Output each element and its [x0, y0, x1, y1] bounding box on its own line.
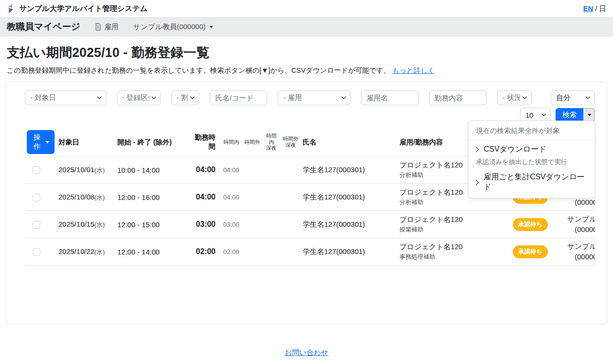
cell-select	[25, 238, 57, 265]
filter-premium-select[interactable]: - 割増	[171, 90, 200, 105]
sub-nav: 教職員マイページ 雇用 サンプル教員(000000)	[0, 17, 613, 36]
cell-approver: サンプル教員 (000000)	[553, 211, 595, 238]
cell-within-hours: 04:00	[220, 184, 242, 211]
filter-bar: - 対象日 - 登録区分 - 割増 - 雇用 - 状況 自分	[25, 90, 595, 105]
chevron-down-icon	[522, 96, 527, 99]
filter-scope-select[interactable]: 自分	[551, 90, 595, 105]
actions-button-label: 操作	[32, 133, 42, 151]
col-header-date: 対象日	[57, 128, 115, 156]
col-header-overtime: 時間外	[242, 128, 262, 156]
table-row: 2025/10/15(水) 12:00 - 15:00 03:00 03:00 …	[25, 211, 595, 238]
nav-item-employment[interactable]: 雇用	[95, 22, 119, 32]
filter-target-date-select[interactable]: - 対象日	[25, 90, 106, 105]
menu-note: 承認済みを抽出した状態で実行	[468, 157, 595, 168]
page-description: この勤務登録期間中に登録された勤務の一覧を表示しています。検索ボタン横の[▼]か…	[7, 66, 606, 75]
cell-approver: サンプル教員 (000000)	[553, 238, 595, 265]
cell-total-hours: 02:00	[189, 238, 220, 265]
user-menu[interactable]: サンプル教員(000000)	[133, 22, 213, 32]
menu-item-csv-download-label: CSVダウンロード	[484, 144, 546, 154]
table-row: 2025/10/22(水) 12:00 - 14:00 02:00 02:00 …	[25, 238, 595, 265]
col-header-within-night: 時間内深夜	[262, 128, 281, 156]
cell-date: 2025/10/22(水)	[57, 238, 115, 265]
search-button[interactable]: 検索	[556, 108, 583, 122]
search-dropdown-toggle[interactable]	[583, 108, 595, 122]
chevron-down-icon	[151, 96, 157, 99]
cell-status: 承認待ち	[508, 211, 553, 238]
app-brand: サンプル大学アルバイト管理システム	[7, 3, 148, 14]
lang-en-link[interactable]: EN	[583, 4, 593, 12]
more-details-link[interactable]: もっと詳しく	[392, 66, 435, 74]
cell-overtime-hours	[242, 184, 262, 211]
filter-registration-type-select[interactable]: - 登録区分	[117, 90, 161, 105]
nav-brand-mypage[interactable]: 教職員マイページ	[7, 21, 80, 33]
cell-total-hours: 04:00	[189, 156, 220, 184]
per-page-value: 10	[525, 111, 534, 119]
chevron-down-icon	[190, 96, 195, 99]
cell-within-night-hours	[262, 211, 281, 238]
filter-status-select[interactable]: - 状況	[497, 90, 532, 105]
col-header-overtime-night: 時間外深夜	[281, 128, 301, 156]
row-checkbox[interactable]	[33, 221, 40, 229]
menu-item-aggregate-csv-download[interactable]: 雇用ごと集計CSVダウンロード	[468, 168, 595, 195]
cell-status: 承認待ち	[508, 238, 553, 265]
cell-student-name: 学生名127(000301)	[301, 211, 397, 238]
caret-down-icon	[209, 26, 213, 28]
work-list-card: - 対象日 - 登録区分 - 割増 - 雇用 - 状況 自分 10	[6, 81, 607, 324]
filter-target-date-value: - 対象日	[30, 93, 56, 102]
top-header: サンプル大学アルバイト管理システム EN / 日	[0, 0, 613, 17]
cell-within-hours: 04:00	[220, 156, 242, 184]
page-head: 支払い期間2025/10 - 勤務登録一覧 この勤務登録期間中に登録された勤務の…	[0, 36, 613, 75]
cell-date: 2025/10/15(水)	[57, 211, 115, 238]
cell-range: 10:00 - 14:00	[115, 156, 189, 184]
work-content-input[interactable]	[429, 90, 487, 105]
cell-student-name: 学生名127(000301)	[301, 156, 397, 184]
cell-overtime-hours	[242, 211, 262, 238]
filter-employment-select[interactable]: - 雇用	[278, 90, 351, 105]
language-switcher: EN / 日	[583, 4, 606, 13]
actions-button[interactable]: 操作	[27, 130, 55, 154]
filter-employment-value: - 雇用	[283, 93, 302, 102]
cell-overtime-night-hours	[281, 211, 301, 238]
user-menu-label: サンプル教員(000000)	[133, 22, 205, 32]
row-checkbox[interactable]	[33, 248, 40, 256]
app-title: サンプル大学アルバイト管理システム	[19, 4, 148, 14]
cell-employment: プロジェクト名120事務処理補助	[397, 238, 508, 265]
cell-overtime-night-hours	[281, 184, 301, 211]
document-icon	[95, 23, 102, 31]
cell-within-night-hours	[262, 238, 281, 265]
name-code-input[interactable]	[210, 90, 267, 105]
menu-header: 現在の検索結果全件が対象	[468, 124, 595, 141]
chevron-down-icon	[585, 96, 590, 99]
status-badge: 承認待ち	[513, 245, 547, 258]
cell-overtime-night-hours	[281, 238, 301, 265]
cell-within-night-hours	[262, 156, 281, 184]
chevron-right-icon	[475, 146, 479, 153]
cell-employment: プロジェクト名120授業補助	[397, 211, 508, 238]
cell-overtime-hours	[242, 238, 262, 265]
chevron-right-icon	[475, 179, 479, 186]
cell-total-hours: 04:00	[189, 184, 220, 211]
page-description-text: この勤務登録期間中に登録された勤務の一覧を表示しています。検索ボタン横の[▼]か…	[7, 66, 390, 74]
employment-name-input[interactable]	[361, 90, 419, 105]
chevron-down-icon	[97, 96, 102, 99]
cell-date: 2025/10/08(水)	[57, 184, 115, 211]
col-header-name: 氏名	[301, 128, 397, 156]
menu-item-csv-download[interactable]: CSVダウンロード	[468, 141, 595, 157]
footer: お問い合わせ	[0, 348, 613, 357]
col-header-total: 勤務時間	[189, 128, 220, 156]
actions-header-cell: 操作	[25, 128, 57, 156]
cell-range: 12:00 - 14:00	[115, 238, 189, 265]
col-header-range: 開始 - 終了 (除外)	[115, 128, 189, 156]
row-checkbox[interactable]	[33, 166, 40, 174]
cell-range: 12:00 - 16:00	[115, 184, 189, 211]
page-title: 支払い期間2025/10 - 勤務登録一覧	[7, 44, 606, 61]
chevron-down-icon	[541, 113, 546, 117]
contact-link[interactable]: お問い合わせ	[284, 348, 328, 356]
chevron-down-icon	[341, 96, 346, 99]
cell-overtime-hours	[242, 156, 262, 184]
cell-within-hours: 03:00	[220, 211, 242, 238]
row-checkbox[interactable]	[33, 194, 40, 201]
app-logo-icon	[7, 3, 15, 14]
cell-select	[25, 184, 57, 211]
status-badge: 承認待ち	[513, 218, 547, 231]
